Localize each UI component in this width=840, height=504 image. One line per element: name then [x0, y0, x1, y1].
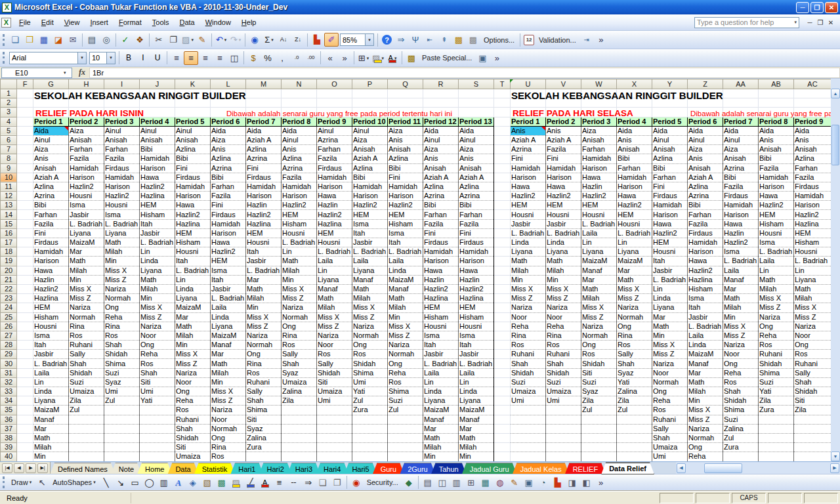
cell[interactable] — [69, 443, 104, 452]
cell[interactable]: Azlina — [388, 154, 423, 163]
cell[interactable] — [652, 108, 688, 117]
cell[interactable] — [511, 443, 546, 452]
cell[interactable]: L. Badriah — [759, 247, 794, 257]
cell[interactable]: Fini — [423, 228, 459, 238]
cell[interactable]: Ros — [69, 331, 104, 340]
cell[interactable]: Hamidah — [459, 247, 494, 257]
cell[interactable]: Hisham — [423, 312, 459, 322]
cell[interactable]: Farhan — [211, 182, 246, 191]
row-header-13[interactable]: 13 — [1, 201, 17, 210]
split-right-button[interactable]: ◨ — [565, 476, 579, 490]
cell[interactable] — [581, 452, 617, 461]
cell[interactable]: L. Badriah — [581, 219, 617, 228]
cell[interactable]: Hamidah — [688, 238, 723, 247]
cell[interactable]: Zura — [759, 406, 794, 415]
cell[interactable]: Lin — [423, 377, 459, 387]
cell[interactable]: Isma — [759, 238, 794, 247]
column-header-O[interactable]: O — [317, 79, 352, 89]
cell[interactable] — [175, 89, 211, 98]
cell[interactable]: Mar — [459, 424, 494, 433]
row-header-11[interactable]: 11 — [1, 182, 17, 191]
cell[interactable]: Min — [688, 396, 723, 406]
cell[interactable]: Anisah — [423, 163, 459, 173]
cell[interactable]: Math — [211, 359, 246, 368]
cell[interactable]: Hamidah — [759, 173, 794, 182]
cell[interactable]: Shah — [69, 359, 104, 368]
cell[interactable]: Harison — [33, 257, 69, 266]
cell[interactable]: Ainul — [423, 135, 459, 144]
cell[interactable]: Jasbir — [140, 228, 175, 238]
picture-button[interactable]: ▩ — [215, 476, 229, 490]
cell[interactable] — [17, 406, 33, 415]
cell[interactable]: Hazlin2 — [581, 192, 617, 201]
cell[interactable]: Shidah — [581, 359, 617, 368]
row-header-6[interactable]: 6 — [1, 135, 17, 144]
cell[interactable]: Laila — [211, 303, 246, 312]
cell[interactable]: HEM — [211, 257, 246, 266]
cell[interactable]: HEM — [388, 210, 423, 219]
cell[interactable]: Ong — [140, 341, 175, 350]
cell[interactable] — [69, 424, 104, 433]
cell[interactable]: Ong — [759, 322, 794, 331]
cell[interactable]: Miss X — [246, 312, 282, 322]
cell[interactable]: Zalina — [723, 424, 759, 433]
cell[interactable]: Shah — [246, 396, 282, 406]
cell[interactable]: Laila — [352, 257, 388, 266]
copy-button[interactable]: ❐ — [166, 33, 180, 47]
cell[interactable]: Lin — [459, 377, 494, 387]
row-header-5[interactable]: 5 — [1, 126, 17, 135]
cell[interactable]: Housni — [794, 247, 831, 257]
cell[interactable]: Mar — [652, 312, 688, 322]
row-header-7[interactable]: 7 — [1, 145, 17, 154]
cell[interactable]: Math — [33, 433, 69, 442]
cell[interactable]: Isma — [459, 331, 494, 340]
decrease-indent-button[interactable]: « — [323, 51, 337, 65]
column-header-M[interactable]: M — [246, 79, 282, 89]
cell[interactable]: L. Badriah — [211, 294, 246, 303]
font-color-button[interactable]: A — [258, 476, 272, 490]
cell[interactable]: Noor — [140, 331, 175, 340]
cell[interactable]: Aiza — [388, 126, 423, 135]
cell[interactable] — [211, 98, 246, 108]
cell[interactable]: Siti — [581, 368, 617, 377]
cell[interactable]: Manaf — [423, 415, 459, 424]
cell[interactable] — [494, 89, 511, 98]
cell[interactable] — [494, 433, 511, 442]
cell[interactable]: Hazlin2 — [104, 192, 140, 201]
cell[interactable]: Syaz — [104, 377, 140, 387]
cell[interactable]: Math — [459, 433, 494, 442]
lock-cells-button[interactable]: ▩ — [452, 33, 466, 47]
cell[interactable]: Nariza — [388, 341, 423, 350]
cell[interactable]: Aziah A — [352, 154, 388, 163]
cell[interactable] — [494, 415, 511, 424]
cell[interactable] — [388, 443, 423, 452]
cell[interactable]: Harison — [652, 210, 688, 219]
cell[interactable]: Ros — [317, 350, 352, 359]
cell[interactable] — [17, 135, 33, 144]
cell[interactable]: Reha — [546, 322, 581, 331]
cell[interactable]: Min — [211, 377, 246, 387]
clipart-button[interactable]: ▧ — [200, 476, 215, 490]
cell[interactable]: Normah — [652, 377, 688, 387]
column-header-H[interactable]: H — [69, 79, 104, 89]
cell[interactable]: HEM — [175, 228, 211, 238]
cell[interactable]: L. Badriah — [175, 266, 211, 275]
cell[interactable] — [33, 98, 69, 108]
cell[interactable]: Rina — [104, 322, 140, 331]
cell[interactable] — [317, 98, 352, 108]
cell[interactable]: Hazlina — [794, 219, 831, 228]
cell[interactable]: Math — [511, 257, 546, 266]
select-all-corner[interactable] — [1, 79, 17, 89]
cell[interactable]: HEM — [33, 303, 69, 312]
tab-hari1[interactable]: Hari1 — [230, 463, 263, 474]
cell[interactable]: Normah — [104, 294, 140, 303]
row-header-29[interactable]: 29 — [1, 350, 17, 359]
line-color-button[interactable]: ╱ — [243, 476, 258, 490]
tab-defined-names[interactable]: Defined Names — [50, 463, 116, 474]
cell[interactable] — [246, 89, 282, 98]
cell[interactable]: Miss X — [388, 322, 423, 331]
cell[interactable]: Firdaus — [652, 192, 688, 201]
cell[interactable] — [494, 135, 511, 144]
cell[interactable]: Miss X — [546, 284, 581, 293]
cell[interactable]: Firdaus — [104, 163, 140, 173]
